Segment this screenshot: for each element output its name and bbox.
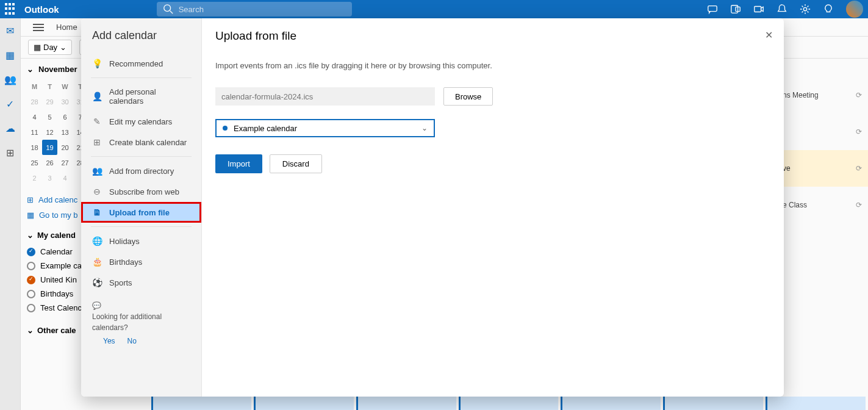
- calendar-day[interactable]: 19: [42, 140, 57, 155]
- calendar-day[interactable]: 13: [57, 124, 73, 140]
- event-pill[interactable]: [356, 397, 456, 410]
- more-apps-icon[interactable]: ⊞: [4, 146, 16, 159]
- calendar-day[interactable]: 27: [57, 155, 73, 170]
- calendar-day[interactable]: 25: [27, 155, 42, 170]
- event-row[interactable]: ns Meeting⟳: [783, 77, 868, 113]
- svg-point-0: [163, 5, 170, 12]
- calendar-day[interactable]: 5: [42, 109, 57, 124]
- calendar-checkbox[interactable]: [27, 248, 35, 256]
- calendar-day[interactable]: 30: [57, 94, 73, 109]
- search-input[interactable]: Search: [157, 2, 352, 16]
- event-pill[interactable]: [663, 397, 763, 410]
- calendar-day[interactable]: 18: [27, 140, 42, 155]
- event-row[interactable]: ⟳: [783, 113, 868, 150]
- panel-title: Upload from file: [215, 29, 770, 43]
- calendar-day[interactable]: 4: [57, 170, 73, 185]
- nav-item-subscribe-from-web[interactable]: ⊖Subscribe from web: [81, 181, 201, 202]
- calendar-day[interactable]: 12: [42, 124, 57, 140]
- chevron-down-icon[interactable]: ⌄: [27, 65, 34, 74]
- nav-label: Edit my calendars: [109, 117, 172, 126]
- nav-item-birthdays[interactable]: 🎂Birthdays: [81, 251, 201, 272]
- nav-icon: ⚽: [92, 278, 102, 287]
- chevron-down-icon: ⌄: [27, 231, 34, 240]
- import-button[interactable]: Import: [215, 154, 262, 173]
- nav-item-recommended[interactable]: 💡Recommended: [81, 53, 201, 74]
- nav-item-upload-from-file[interactable]: 🗎Upload from file: [81, 202, 201, 223]
- avatar[interactable]: [846, 1, 863, 18]
- svg-rect-2: [708, 6, 717, 12]
- calendar-day[interactable]: 26: [42, 155, 57, 170]
- weekday-header: W: [57, 79, 73, 94]
- feedback-yes[interactable]: Yes: [103, 336, 115, 347]
- calendar-checkbox[interactable]: [27, 262, 35, 270]
- event-pill[interactable]: [151, 397, 251, 410]
- event-pill[interactable]: [766, 397, 866, 410]
- calendar-checkbox[interactable]: [27, 304, 35, 312]
- calendar-day[interactable]: 3: [42, 170, 57, 185]
- day-view-button[interactable]: ▦ Day ⌄: [28, 40, 72, 55]
- discard-button[interactable]: Discard: [270, 154, 322, 173]
- people-icon[interactable]: 👥: [4, 73, 16, 85]
- calendar-checkbox[interactable]: [27, 276, 35, 284]
- feedback-section: 💬 Looking for additional calendars? Yes …: [81, 293, 201, 354]
- calendar-day[interactable]: 11: [27, 124, 42, 140]
- nav-icon: 👤: [92, 92, 102, 101]
- event-pill[interactable]: [459, 397, 559, 410]
- nav-icon: 🗎: [92, 207, 102, 217]
- search-placeholder: Search: [179, 5, 204, 14]
- event-title: e Class: [783, 201, 807, 209]
- svg-point-6: [803, 7, 806, 10]
- teams-icon[interactable]: [730, 4, 741, 15]
- nav-label: Add from directory: [109, 167, 174, 176]
- nav-item-sports[interactable]: ⚽Sports: [81, 272, 201, 293]
- event-pill[interactable]: [561, 397, 661, 410]
- topbar: Outlook Search: [0, 0, 868, 18]
- nav-icon: ⊞: [92, 137, 102, 147]
- todo-icon[interactable]: ✓: [4, 98, 16, 110]
- tips-icon[interactable]: [823, 4, 834, 15]
- event-row[interactable]: ve⟳: [783, 150, 868, 187]
- event-row[interactable]: e Class⟳: [783, 187, 868, 223]
- events-column: ns Meeting⟳⟳ve⟳e Class⟳: [783, 77, 868, 223]
- feedback-no[interactable]: No: [127, 336, 137, 347]
- calendar-day[interactable]: 4: [27, 109, 42, 124]
- calendar-select[interactable]: Example calendar ⌄: [215, 119, 435, 137]
- event-pill[interactable]: [254, 397, 354, 410]
- chat-icon[interactable]: [707, 4, 718, 15]
- calendar-day[interactable]: 29: [42, 94, 57, 109]
- calendar-day[interactable]: 2: [27, 170, 42, 185]
- nav-item-add-from-directory[interactable]: 👥Add from directory: [81, 160, 201, 181]
- calendar-day[interactable]: 6: [57, 109, 73, 124]
- month-name: November: [38, 65, 77, 74]
- event-title: ns Meeting: [783, 91, 819, 99]
- settings-icon[interactable]: [800, 4, 811, 15]
- meet-now-icon[interactable]: [753, 4, 764, 15]
- tab-home[interactable]: Home: [56, 23, 77, 32]
- weekday-header: M: [27, 79, 42, 94]
- selected-calendar-label: Example calendar: [234, 124, 297, 133]
- calendar-checkbox[interactable]: [27, 290, 35, 298]
- mail-icon[interactable]: ✉: [4, 24, 16, 37]
- calendar-day[interactable]: 20: [57, 140, 73, 155]
- calendar-color-dot: [223, 126, 228, 131]
- recurring-icon: ⟳: [856, 201, 862, 209]
- notifications-icon[interactable]: [777, 4, 787, 15]
- file-path-input[interactable]: [215, 87, 435, 106]
- recurring-icon: ⟳: [856, 91, 862, 99]
- calendar-label: Test Calenc: [40, 303, 82, 312]
- nav-item-create-blank-calendar[interactable]: ⊞Create blank calendar: [81, 132, 201, 153]
- app-launcher-icon[interactable]: [5, 3, 17, 15]
- svg-line-1: [170, 11, 173, 14]
- calendar-label: Birthdays: [40, 289, 73, 298]
- onedrive-icon[interactable]: ☁: [4, 122, 16, 134]
- calendar-day[interactable]: 28: [27, 94, 42, 109]
- nav-label: Recommended: [109, 59, 163, 68]
- close-button[interactable]: ✕: [765, 29, 773, 41]
- browse-button[interactable]: Browse: [443, 87, 493, 106]
- svg-rect-3: [731, 5, 738, 13]
- menu-toggle-icon[interactable]: [33, 24, 44, 31]
- nav-item-add-personal-calendars[interactable]: 👤Add personal calendars: [81, 82, 201, 111]
- nav-item-edit-my-calendars[interactable]: ✎Edit my calendars: [81, 111, 201, 132]
- nav-item-holidays[interactable]: 🌐Holidays: [81, 231, 201, 251]
- calendar-icon[interactable]: ▦: [4, 49, 16, 61]
